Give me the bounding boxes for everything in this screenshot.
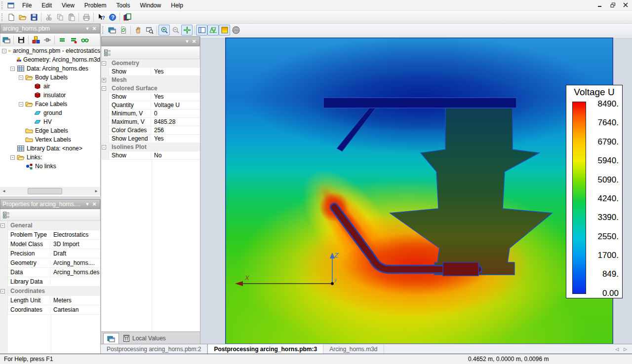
tab-postprocessing-settings[interactable] [103,333,119,344]
panel-menu-icon[interactable]: ▼ [84,202,91,207]
tab-model-m3d[interactable]: Arcing_horns.m3d [323,344,384,354]
property-row[interactable]: Problem TypeElectrostatics [0,230,100,240]
property-row[interactable]: Show LegendYes [101,135,200,143]
collapse-icon[interactable]: - [2,49,6,53]
collapse-icon[interactable]: - [102,61,106,66]
open-folder-icon[interactable] [17,12,28,23]
collapse-icon[interactable]: - [19,102,23,107]
tree-item-edge-labels[interactable]: Edge Labels [0,126,100,135]
tree-item-problem[interactable]: -arcing_horns.pbm - electrostatics [0,46,100,55]
property-row[interactable]: QuantityVoltage U [101,101,200,109]
panel-close-icon[interactable]: × [91,202,98,207]
save-project-icon[interactable] [15,35,27,45]
property-row[interactable]: CoordinatesCartesian [0,305,100,315]
close-icon[interactable] [622,1,629,8]
new-document-icon[interactable] [5,12,17,23]
tree-item-library-data[interactable]: Library Data: <none> [0,144,100,153]
view-results-glasses-icon[interactable] [79,35,90,45]
tab-scroll-right-icon[interactable]: ▷ [624,347,627,352]
mesh-icon[interactable] [207,25,219,36]
horizontal-scrollbar[interactable]: ◄ ► [0,187,100,195]
view-settings-titlebar[interactable]: ▼ × [101,36,200,46]
tree-item-vertex-labels[interactable]: Vertex Labels [0,135,100,144]
zoom-extents-icon[interactable] [181,25,193,36]
menu-help[interactable]: Help [166,0,188,10]
property-row[interactable]: Minimum, V0 [101,109,200,118]
properties-panel-titlebar[interactable]: Properties for arcing_horns.... ▼ × [0,199,100,209]
scrollbar-thumb[interactable] [28,188,62,194]
property-group[interactable]: -Coordinates [0,287,100,296]
property-row[interactable]: Color Grades256 [101,126,200,135]
link-plug-icon[interactable] [41,35,53,45]
property-row[interactable]: Library Data [0,277,100,287]
menu-file[interactable]: File [17,0,37,10]
tree-item-insulator[interactable]: insulator [0,91,100,100]
menu-view[interactable]: View [57,0,79,10]
dock-window-icon[interactable] [0,35,12,45]
panel-menu-icon[interactable]: ▼ [84,26,91,31]
scroll-right-icon[interactable]: ► [92,189,100,193]
property-row[interactable]: ShowYes [101,93,200,101]
collapse-icon[interactable]: - [19,75,23,80]
paste-icon[interactable] [66,12,77,23]
property-row[interactable]: DataArcing_horns.des [0,268,100,277]
save-icon[interactable] [28,12,40,23]
panel-layout-icon[interactable] [196,25,207,36]
project-panel-titlebar[interactable]: arcing_horns.pbm ▼ × [0,24,100,34]
menu-tools[interactable]: Tools [112,0,135,10]
property-row[interactable]: Model Class3D Import [0,240,100,249]
tab-postprocessing-3[interactable]: Postprocessing arcing_horns.pbm:3 [207,344,323,354]
tab-local-values[interactable]: Local Values [119,333,169,344]
tree-item-geometry[interactable]: Geometry: Arcing_horns.m3d [0,55,100,64]
field-plot-canvas[interactable]: Z X y [225,37,613,344]
copy-icon[interactable] [54,12,66,23]
colored-surface-icon[interactable] [219,25,230,36]
help-icon[interactable]: ? [107,12,118,23]
collapse-icon[interactable]: - [0,289,5,293]
property-group[interactable]: -General [0,221,100,230]
collapse-icon[interactable]: - [10,67,15,71]
pan-hand-icon[interactable] [132,25,144,36]
context-help-icon[interactable]: ? [95,12,107,23]
property-row[interactable]: ShowNo [101,151,200,160]
tree-item-no-links[interactable]: No links [0,162,100,171]
property-group[interactable]: -Colored Surface [101,84,200,93]
property-row[interactable]: PrecisionDraft [0,249,100,258]
zoom-out-icon[interactable] [170,25,181,36]
property-row[interactable]: Length UnitMeters [0,296,100,305]
geometry-cubes-icon[interactable] [30,35,41,45]
cut-icon[interactable] [43,12,54,23]
tree-item-links[interactable]: -Links: [0,153,100,162]
tree-item-body-labels[interactable]: -Body Labels [0,73,100,82]
postprocessing-view[interactable]: Z X y Voltage U 8490. 7640. 6790. 5940. … [200,36,632,344]
property-group[interactable]: -Isolines Plot [101,143,200,151]
menu-window[interactable]: Window [135,0,166,10]
collapse-icon[interactable]: - [102,86,106,91]
collapse-icon[interactable]: - [10,155,15,160]
tree-item-face-labels[interactable]: -Face Labels [0,100,100,109]
restore-icon[interactable] [609,1,616,8]
panel-close-icon[interactable]: × [91,26,98,31]
tree-item-hv[interactable]: HV [0,117,100,126]
property-group[interactable]: -Geometry [101,59,200,68]
minimize-icon[interactable] [596,1,603,8]
expand-icon[interactable]: + [102,78,106,82]
menu-problem[interactable]: Problem [79,0,112,10]
zoom-in-icon[interactable] [158,25,170,36]
isolines-icon[interactable] [230,25,241,36]
property-row[interactable]: ShowYes [101,68,200,76]
zoom-window-icon[interactable] [144,25,155,36]
property-row[interactable]: Maximum, V8485.28 [101,118,200,126]
property-row[interactable]: GeometryArcing_horns.... [0,258,100,268]
tab-scroll-left-icon[interactable]: ◁ [615,347,619,352]
tab-postprocessing-2[interactable]: Postprocessing arcing_horns.pbm:2 [101,344,207,354]
property-group[interactable]: +Mesh [101,76,200,84]
print-icon[interactable] [80,12,92,23]
panel-close-icon[interactable]: × [191,39,198,44]
collapse-icon[interactable]: - [0,223,5,228]
dock-window-icon[interactable] [106,25,118,36]
tree-item-ground[interactable]: ground [0,109,100,117]
tree-item-data[interactable]: -Data: Arcing_horns.des [0,64,100,73]
panel-menu-icon[interactable]: ▼ [184,39,191,44]
scroll-left-icon[interactable]: ◄ [0,189,8,193]
